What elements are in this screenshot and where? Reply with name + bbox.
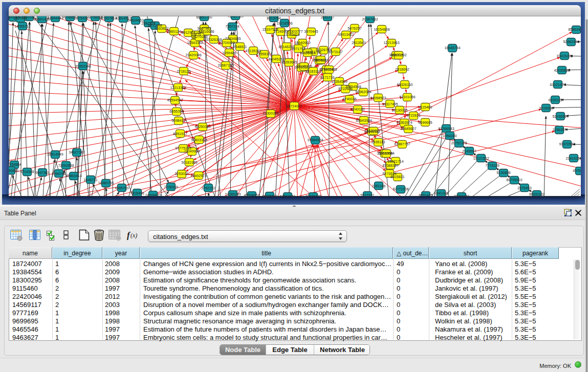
- svg-text:34627347: 34627347: [69, 150, 84, 154]
- svg-text:12213963: 12213963: [383, 41, 399, 45]
- svg-text:25492573: 25492573: [190, 174, 206, 178]
- svg-text:8315831: 8315831: [390, 175, 404, 179]
- svg-text:7728339: 7728339: [164, 185, 178, 189]
- svg-text:25521714: 25521714: [387, 160, 403, 163]
- svg-text:6171716: 6171716: [320, 76, 334, 79]
- svg-text:89795010: 89795010: [506, 178, 522, 182]
- svg-text:45594951: 45594951: [244, 193, 259, 196]
- svg-text:20752378: 20752378: [451, 141, 467, 145]
- svg-text:87388337: 87388337: [382, 164, 398, 167]
- svg-text:28814949: 28814949: [47, 152, 63, 156]
- svg-text:9997381: 9997381: [35, 171, 49, 174]
- svg-text:4576135: 4576135: [573, 169, 581, 172]
- svg-text:30776478: 30776478: [305, 194, 321, 196]
- svg-text:15354599: 15354599: [331, 80, 347, 83]
- svg-text:38195995: 38195995: [296, 64, 312, 68]
- svg-text:52133044: 52133044: [378, 151, 394, 155]
- svg-text:2935113: 2935113: [372, 140, 385, 144]
- svg-text:48250360: 48250360: [194, 125, 210, 128]
- svg-text:99913412: 99913412: [338, 33, 354, 36]
- svg-text:41944441: 41944441: [47, 16, 63, 20]
- svg-text:18724007: 18724007: [286, 104, 302, 108]
- svg-text:23300265: 23300265: [263, 112, 278, 115]
- svg-text:68326160: 68326160: [397, 83, 412, 86]
- svg-text:19218506: 19218506: [276, 21, 292, 25]
- svg-text:8813054: 8813054: [267, 16, 280, 20]
- svg-text:85863473: 85863473: [568, 28, 581, 31]
- svg-text:1841248: 1841248: [434, 191, 448, 195]
- svg-text:57130035: 57130035: [391, 108, 407, 112]
- svg-text:2548511: 2548511: [233, 45, 247, 49]
- svg-text:19317495: 19317495: [382, 102, 398, 106]
- svg-text:7357224: 7357224: [225, 25, 239, 28]
- svg-text:18640910: 18640910: [294, 41, 310, 45]
- svg-text:16543362: 16543362: [187, 41, 203, 45]
- svg-text:2718126: 2718126: [177, 70, 190, 73]
- svg-text:2651177: 2651177: [321, 16, 335, 19]
- svg-text:23420046: 23420046: [185, 53, 201, 57]
- svg-text:63121477: 63121477: [550, 83, 565, 86]
- svg-text:29876811: 29876811: [313, 58, 329, 62]
- svg-text:19121552: 19121552: [473, 157, 489, 160]
- svg-text:72682989: 72682989: [227, 16, 243, 18]
- svg-text:24665841: 24665841: [9, 169, 19, 172]
- svg-text:84593961: 84593961: [279, 194, 295, 196]
- svg-text:66851760: 66851760: [196, 16, 212, 19]
- svg-text:73993471: 73993471: [453, 194, 469, 196]
- svg-text:19384554: 19384554: [307, 138, 323, 142]
- svg-text:1954280: 1954280: [443, 134, 456, 138]
- svg-text:9115460: 9115460: [419, 105, 432, 109]
- svg-text:3215958: 3215958: [539, 106, 553, 110]
- svg-text:20053346: 20053346: [75, 64, 91, 68]
- svg-text:31687165: 31687165: [217, 63, 233, 67]
- svg-text:77834855: 77834855: [225, 37, 241, 40]
- svg-text:50962024: 50962024: [355, 90, 371, 94]
- svg-text:9722815: 9722815: [406, 114, 420, 117]
- svg-text:45630292: 45630292: [390, 53, 406, 57]
- svg-text:74606833: 74606833: [145, 193, 161, 196]
- svg-text:87337818: 87337818: [101, 16, 117, 20]
- svg-text:4214348: 4214348: [20, 170, 34, 173]
- svg-text:27105448: 27105448: [321, 68, 337, 71]
- svg-text:7818496: 7818496: [130, 191, 144, 195]
- svg-text:1156287: 1156287: [553, 128, 567, 132]
- svg-text:3253031: 3253031: [175, 172, 188, 176]
- svg-text:81286543: 81286543: [438, 127, 454, 130]
- svg-text:4971793: 4971793: [291, 47, 305, 51]
- svg-text:14055712: 14055712: [14, 25, 30, 28]
- svg-text:52101056: 52101056: [399, 95, 415, 99]
- svg-text:2813543: 2813543: [352, 41, 365, 45]
- svg-text:54058573: 54058573: [370, 96, 386, 100]
- svg-text:4965789: 4965789: [115, 186, 128, 190]
- svg-text:12213369: 12213369: [170, 86, 186, 90]
- svg-text:43704923: 43704923: [219, 41, 234, 45]
- svg-text:3970445: 3970445: [304, 30, 318, 33]
- svg-text:2149597: 2149597: [462, 149, 476, 153]
- svg-text:50181935: 50181935: [181, 161, 197, 164]
- svg-text:5977931: 5977931: [360, 193, 374, 196]
- svg-text:48285503: 48285503: [262, 194, 277, 196]
- svg-text:82772208: 82772208: [393, 187, 408, 191]
- svg-text:2818692: 2818692: [395, 68, 409, 71]
- svg-text:72092888: 72092888: [58, 164, 74, 167]
- svg-text:38270233: 38270233: [191, 35, 207, 38]
- svg-text:52462441: 52462441: [563, 40, 579, 43]
- svg-text:63643924: 63643924: [356, 119, 372, 122]
- svg-text:8351517: 8351517: [173, 132, 187, 136]
- svg-text:3960124: 3960124: [167, 30, 181, 33]
- svg-text:93370583: 93370583: [559, 142, 575, 146]
- svg-text:6261415: 6261415: [419, 193, 432, 196]
- svg-text:91363974: 91363974: [396, 121, 412, 124]
- svg-text:1059486: 1059486: [222, 51, 236, 55]
- svg-text:6033115: 6033115: [549, 98, 562, 102]
- svg-text:11980765: 11980765: [98, 181, 114, 185]
- svg-text:10289289: 10289289: [225, 192, 241, 196]
- svg-text:6539837: 6539837: [366, 129, 380, 133]
- svg-text:11049999: 11049999: [184, 149, 200, 153]
- svg-text:23419256: 23419256: [565, 157, 581, 160]
- svg-text:83863413: 83863413: [66, 174, 81, 178]
- svg-text:27558317: 27558317: [256, 52, 272, 56]
- svg-text:2375453: 2375453: [517, 186, 531, 190]
- svg-text:7774229: 7774229: [485, 164, 499, 167]
- svg-text:8722606: 8722606: [338, 87, 352, 91]
